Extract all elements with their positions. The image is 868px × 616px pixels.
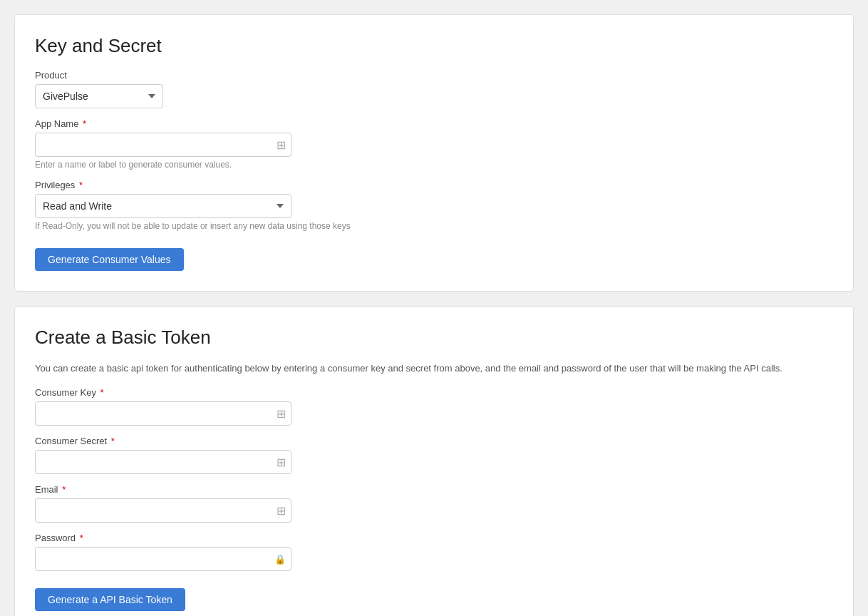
email-group: Email * ⊞ <box>35 484 833 523</box>
create-basic-token-section: Create a Basic Token You can create a ba… <box>14 306 854 616</box>
consumer-secret-group: Consumer Secret * ⊞ <box>35 436 833 474</box>
consumer-secret-input-wrapper: ⊞ <box>35 450 291 474</box>
product-label: Product <box>35 70 833 81</box>
email-input-wrapper: ⊞ <box>35 498 291 523</box>
consumer-key-required: * <box>98 387 104 398</box>
key-and-secret-section: Key and Secret Product GivePulse App Nam… <box>14 14 854 292</box>
privileges-hint: If Read-Only, you will not be able to up… <box>35 221 833 231</box>
password-label: Password * <box>35 533 833 543</box>
app-name-input-wrapper: ⊞ <box>35 133 291 157</box>
key-and-secret-title: Key and Secret <box>35 35 833 57</box>
generate-api-basic-token-button[interactable]: Generate a API Basic Token <box>35 588 185 611</box>
consumer-key-group: Consumer Key * ⊞ <box>35 387 833 426</box>
email-input[interactable] <box>35 498 291 523</box>
product-select[interactable]: GivePulse <box>35 84 163 108</box>
privileges-label: Privileges * <box>35 180 833 190</box>
consumer-secret-label: Consumer Secret * <box>35 436 833 446</box>
consumer-key-input[interactable] <box>35 401 291 426</box>
create-basic-token-description: You can create a basic api token for aut… <box>35 361 833 376</box>
app-name-required: * <box>80 118 86 129</box>
consumer-key-label: Consumer Key * <box>35 387 833 398</box>
password-group: Password * 🔒 <box>35 533 833 571</box>
create-basic-token-title: Create a Basic Token <box>35 327 833 349</box>
product-group: Product GivePulse <box>35 70 833 108</box>
password-required: * <box>77 533 83 543</box>
generate-consumer-values-button[interactable]: Generate Consumer Values <box>35 248 184 271</box>
consumer-secret-input[interactable] <box>35 450 291 474</box>
app-name-hint: Enter a name or label to generate consum… <box>35 160 833 170</box>
app-name-group: App Name * ⊞ Enter a name or label to ge… <box>35 118 833 170</box>
privileges-select[interactable]: Read and Write Read Only <box>35 194 291 218</box>
app-name-input[interactable] <box>35 133 291 157</box>
password-input-wrapper: 🔒 <box>35 547 291 571</box>
app-name-label: App Name * <box>35 118 833 129</box>
privileges-group: Privileges * Read and Write Read Only If… <box>35 180 833 231</box>
password-input[interactable] <box>35 547 291 571</box>
email-required: * <box>60 484 66 495</box>
email-label: Email * <box>35 484 833 495</box>
privileges-required: * <box>76 180 83 190</box>
consumer-secret-required: * <box>108 436 115 446</box>
consumer-key-input-wrapper: ⊞ <box>35 401 291 426</box>
